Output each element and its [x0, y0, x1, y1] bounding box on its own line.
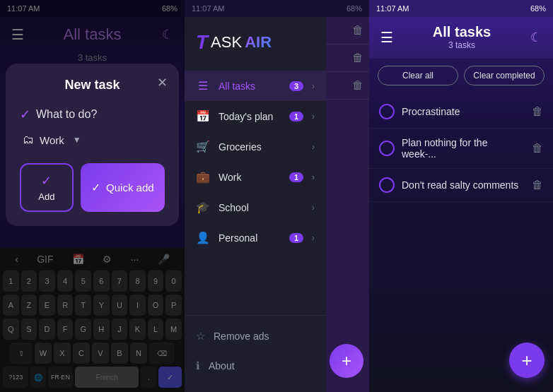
drawer-menu: T ASK AIR ☰ All tasks 3 › 📅 Today's plan… — [185, 17, 326, 392]
bg-task-3: 🗑 — [326, 72, 369, 100]
quick-add-label: Quick add — [106, 182, 154, 194]
drawer-item-work[interactable]: 💼 Work 1 › — [185, 162, 326, 192]
task-item-3: Don't read salty comments 🗑 — [369, 169, 553, 202]
all-tasks-arrow: › — [312, 81, 315, 91]
task-count-3: 3 tasks — [433, 40, 491, 50]
fab-button-2[interactable]: + — [330, 344, 363, 378]
task-list: Procrastinate 🗑 Plan nothing for the wee… — [369, 93, 553, 205]
dropdown-label: Work — [40, 134, 64, 146]
app-logo: T ASK AIR — [185, 17, 326, 65]
fab-button-3[interactable]: + — [509, 343, 545, 378]
delete-icon-bg-1: 🗑 — [352, 24, 363, 37]
groceries-icon: 🛒 — [196, 140, 210, 153]
task-text-1: Procrastinate — [402, 106, 525, 117]
today-label: Today's plan — [219, 111, 281, 122]
work-label: Work — [219, 172, 281, 183]
modal-buttons: ✓ Add ✓ Quick add — [20, 163, 165, 212]
close-icon[interactable]: ✕ — [157, 75, 168, 90]
info-icon: ℹ — [196, 360, 200, 372]
school-label: School — [219, 202, 303, 213]
panel-new-task: 11:07 AM 68% ☰ All tasks ☾ 3 tasks New t… — [0, 0, 185, 392]
clear-completed-button[interactable]: Clear completed — [464, 66, 545, 85]
briefcase-icon: 🗂 — [23, 133, 34, 146]
task-item-2: Plan nothing for the week-... 🗑 — [369, 129, 553, 169]
panel-drawer: 11:07 AM 68% 🗑 🗑 🗑 T ASK AIR ☰ All tasks… — [185, 0, 369, 392]
all-tasks-icon: ☰ — [196, 79, 210, 93]
statusbar-3: 11:07 AM 68% — [369, 0, 553, 17]
personal-badge: 1 — [289, 233, 303, 243]
star-icon: ☆ — [196, 330, 205, 343]
about-item[interactable]: ℹ About — [185, 351, 326, 381]
drawer-navigation: ☰ All tasks 3 › 📅 Today's plan 1 › 🛒 Gro… — [185, 65, 326, 315]
task-item-1: Procrastinate 🗑 — [369, 95, 553, 129]
groceries-arrow: › — [312, 142, 315, 152]
school-arrow: › — [312, 203, 315, 213]
bg-task-list: 🗑 🗑 🗑 — [326, 17, 369, 392]
clear-all-button[interactable]: Clear all — [378, 66, 458, 85]
today-badge: 1 — [289, 112, 303, 121]
logo-ask: ASK — [211, 33, 242, 52]
drawer-item-personal[interactable]: 👤 Personal 1 › — [185, 222, 326, 253]
dropdown-arrow-icon: ▼ — [73, 135, 81, 145]
delete-icon-3[interactable]: 🗑 — [532, 179, 543, 191]
remove-ads-label: Remove ads — [214, 331, 269, 342]
work-arrow: › — [312, 172, 315, 182]
task-checkbox-3[interactable] — [379, 177, 395, 193]
task-text-2: Plan nothing for the week-... — [402, 137, 525, 160]
quick-add-button[interactable]: ✓ Quick add — [81, 163, 165, 212]
add-button-label: Add — [38, 191, 54, 202]
today-arrow: › — [312, 112, 315, 121]
delete-icon-1[interactable]: 🗑 — [532, 105, 543, 118]
bg-task-2: 🗑 — [326, 44, 369, 72]
action-bar: Clear all Clear completed — [369, 59, 553, 93]
all-tasks-label: All tasks — [219, 81, 281, 92]
drawer-bottom-section: ☆ Remove ads ℹ About — [185, 315, 326, 392]
remove-ads-item[interactable]: ☆ Remove ads — [185, 321, 326, 351]
logo-air: AIR — [245, 33, 272, 52]
delete-icon-bg-3: 🗑 — [352, 79, 363, 92]
title-block-3: All tasks 3 tasks — [433, 24, 491, 50]
personal-arrow: › — [312, 233, 315, 243]
groceries-label: Groceries — [219, 141, 303, 153]
task-checkbox-2[interactable] — [379, 141, 395, 156]
logo-t: T — [196, 31, 208, 54]
all-tasks-badge: 3 — [289, 81, 303, 91]
drawer-item-school[interactable]: 🎓 School › — [185, 192, 326, 222]
header-3: ☰ All tasks 3 tasks ☾ — [369, 17, 553, 59]
task-checkbox-1[interactable] — [379, 104, 395, 119]
today-icon: 📅 — [196, 109, 210, 123]
moon-icon-3[interactable]: ☾ — [530, 30, 542, 45]
modal-title: New task — [20, 78, 165, 93]
drawer-item-today[interactable]: 📅 Today's plan 1 › — [185, 101, 326, 131]
task-input-row: ✓ What to do? — [20, 107, 165, 122]
about-label: About — [209, 360, 235, 372]
battery-3: 68% — [530, 4, 546, 13]
task-input-placeholder[interactable]: What to do? — [36, 108, 97, 121]
task-text-3: Don't read salty comments — [402, 179, 525, 191]
hamburger-icon-3[interactable]: ☰ — [380, 29, 393, 46]
check-icon: ✓ — [20, 107, 30, 122]
drawer-item-all-tasks[interactable]: ☰ All tasks 3 › — [185, 71, 326, 101]
work-icon: 💼 — [196, 170, 210, 184]
time-3: 11:07 AM — [376, 4, 409, 13]
new-task-modal: New task ✕ ✓ What to do? 🗂 Work ▼ ✓ Add … — [6, 64, 179, 226]
category-dropdown[interactable]: 🗂 Work ▼ — [23, 133, 165, 146]
page-title-3: All tasks — [433, 24, 491, 40]
work-badge: 1 — [289, 172, 303, 182]
add-button[interactable]: ✓ Add — [20, 163, 74, 212]
personal-label: Personal — [219, 232, 281, 244]
bg-task-1: 🗑 — [326, 17, 369, 44]
drawer-item-groceries[interactable]: 🛒 Groceries › — [185, 131, 326, 162]
add-check-icon: ✓ — [41, 173, 52, 189]
quickadd-check-icon: ✓ — [91, 181, 100, 194]
personal-icon: 👤 — [196, 231, 210, 244]
panel-all-tasks: 11:07 AM 68% ☰ All tasks 3 tasks ☾ Clear… — [369, 0, 553, 392]
delete-icon-2[interactable]: 🗑 — [532, 142, 543, 155]
school-icon: 🎓 — [196, 201, 210, 214]
delete-icon-bg-2: 🗑 — [352, 52, 363, 64]
